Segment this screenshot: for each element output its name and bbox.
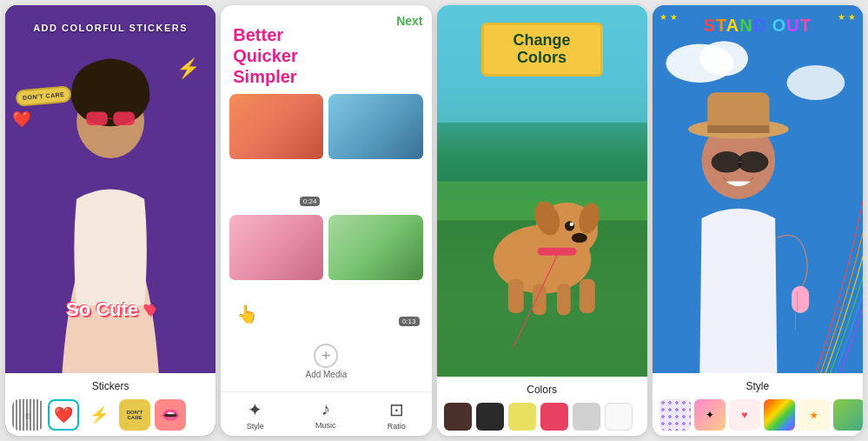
color-swatch-2[interactable] <box>476 403 504 431</box>
ratio-label: Ratio <box>388 422 406 431</box>
sticker-lines[interactable]: ||| <box>12 399 43 431</box>
next-button[interactable]: Next <box>396 14 422 28</box>
svg-rect-17 <box>507 279 523 313</box>
svg-point-15 <box>564 221 573 231</box>
stickers-label: Stickers <box>5 373 215 396</box>
style-thumb-dots[interactable] <box>659 399 691 431</box>
sticker-dontcare-thumb[interactable]: DON'T CARE <box>119 399 150 431</box>
media-grid: 0:24 👆 0:13 <box>229 94 422 330</box>
style-svg <box>653 5 863 373</box>
style-thumb-rainbow[interactable] <box>764 399 795 431</box>
duration-badge-2: 0:13 <box>399 317 420 326</box>
svg-point-24 <box>699 41 748 76</box>
add-media-label: Add Media <box>305 370 347 379</box>
color-swatch-4[interactable] <box>540 403 568 431</box>
color-swatch-5[interactable] <box>573 403 600 431</box>
svg-rect-20 <box>579 279 594 313</box>
so-cute-sticker: So Cute ♥ <box>66 298 155 321</box>
style-strip[interactable]: ✦ ♥ ★ <box>653 396 863 436</box>
media-thumb-1[interactable]: 0:24 <box>229 94 323 210</box>
cursor-icon: 👆 <box>236 304 258 324</box>
color-strip[interactable] <box>437 399 647 436</box>
change-colors-text: Change Colors <box>481 23 603 77</box>
sticker-lightning-thumb[interactable]: ⚡ <box>83 399 115 431</box>
svg-point-16 <box>569 222 573 225</box>
style-icon: ✦ <box>248 399 262 420</box>
screen-style: STAND OUT ★ ★ ★ ★ Style ✦ ♥ ★ <box>653 5 863 436</box>
svg-rect-18 <box>532 284 546 315</box>
style-visual: STAND OUT ★ ★ ★ ★ <box>653 5 863 373</box>
music-label: Music <box>315 421 336 430</box>
svg-point-14 <box>571 233 586 243</box>
style-label: Style <box>247 422 264 431</box>
style-thumb-spark[interactable]: ✦ <box>694 399 726 431</box>
stickers-photo-area: ADD COLORFUL STICKERS DON'T CARE ❤️ ⚡ So… <box>5 5 215 373</box>
svg-rect-21 <box>537 248 576 256</box>
svg-rect-4 <box>113 111 134 125</box>
stickers-title: ADD COLORFUL STICKERS <box>5 21 215 34</box>
toolbar-ratio[interactable]: ⊡ Ratio <box>388 399 406 431</box>
style-label: Style <box>653 373 863 396</box>
color-swatch-6[interactable] <box>605 403 633 431</box>
color-swatch-1[interactable] <box>444 403 472 431</box>
music-icon: ♪ <box>321 399 330 419</box>
screenshots-container: ADD COLORFUL STICKERS DON'T CARE ❤️ ⚡ So… <box>0 0 868 441</box>
style-thumb-pop[interactable]: ★ <box>798 399 830 431</box>
duration-badge-1: 0:24 <box>300 197 321 206</box>
stars-right: ★ ★ <box>838 12 856 22</box>
style-thumb-brushstrokes[interactable] <box>833 399 863 431</box>
editor-text-area: Better Quicker Simpler <box>229 16 422 87</box>
colors-label: Colors <box>437 377 647 399</box>
stars-left: ★ ★ <box>659 12 678 22</box>
color-swatch-3[interactable] <box>508 403 536 431</box>
toolbar-music[interactable]: ♪ Music <box>315 399 336 431</box>
heart-sticker-left: ❤️ <box>12 110 31 129</box>
add-media-icon: + <box>314 344 338 368</box>
media-thumb-4[interactable]: 0:13 <box>328 215 422 331</box>
svg-rect-29 <box>707 125 769 133</box>
ratio-icon: ⊡ <box>389 399 404 420</box>
media-thumb-3[interactable]: 👆 <box>229 215 323 331</box>
stand-out-title: STAND OUT <box>704 16 812 36</box>
svg-rect-19 <box>556 284 570 315</box>
sticker-heart-thumb[interactable]: ❤️ <box>48 399 79 431</box>
style-thumb-love[interactable]: ♥ <box>729 399 760 431</box>
editor-toolbar: ✦ Style ♪ Music ⊡ Ratio <box>221 391 431 436</box>
toolbar-style[interactable]: ✦ Style <box>247 399 264 431</box>
screen-editor: Next Better Quicker Simpler 0:24 <box>221 5 431 436</box>
media-thumb-2[interactable] <box>328 94 422 210</box>
editor-heading: Better Quicker Simpler <box>233 24 422 87</box>
sticker-lips-thumb[interactable]: 👄 <box>155 399 186 431</box>
add-media-button[interactable]: + Add Media <box>229 337 422 386</box>
screen-colors: Change Colors Colors <box>437 5 647 436</box>
editor-area: Next Better Quicker Simpler 0:24 <box>221 5 431 391</box>
sticker-strip[interactable]: ||| ❤️ ⚡ DON'T CARE 👄 <box>5 396 215 436</box>
screen-stickers: ADD COLORFUL STICKERS DON'T CARE ❤️ ⚡ So… <box>5 5 215 436</box>
svg-rect-33 <box>792 286 809 313</box>
lightning-sticker: ⚡ <box>176 57 200 80</box>
svg-rect-3 <box>86 111 107 125</box>
colors-visual: Change Colors <box>437 5 647 377</box>
svg-point-25 <box>786 65 845 100</box>
